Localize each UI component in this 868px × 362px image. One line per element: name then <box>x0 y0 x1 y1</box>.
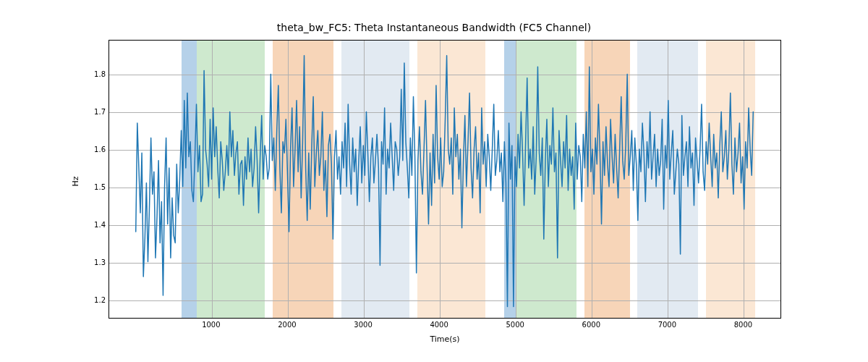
x-tick-label: 5000 <box>506 321 524 329</box>
plot-area <box>109 40 781 319</box>
x-axis-label: Time(s) <box>109 334 781 344</box>
y-tick-label: 1.3 <box>85 258 106 266</box>
x-tick-label: 2000 <box>278 321 296 329</box>
line-series <box>109 41 780 318</box>
y-axis-label: Hz <box>68 0 82 362</box>
y-tick-label: 1.7 <box>85 107 106 115</box>
y-tick-label: 1.5 <box>85 182 106 190</box>
y-tick-label: 1.8 <box>85 70 106 77</box>
y-tick-label: 1.4 <box>85 220 106 228</box>
x-tick-label: 4000 <box>430 321 448 329</box>
y-tick-label: 1.6 <box>85 145 106 153</box>
chart-title: theta_bw_FC5: Theta Instantaneous Bandwi… <box>0 22 868 33</box>
x-tick-label: 1000 <box>202 321 220 329</box>
x-tick-label: 6000 <box>582 321 600 329</box>
x-tick-label: 3000 <box>354 321 372 329</box>
figure: theta_bw_FC5: Theta Instantaneous Bandwi… <box>0 0 868 362</box>
x-tick-label: 8000 <box>734 321 752 329</box>
x-tick-label: 7000 <box>658 321 676 329</box>
y-tick-label: 1.2 <box>85 295 106 303</box>
